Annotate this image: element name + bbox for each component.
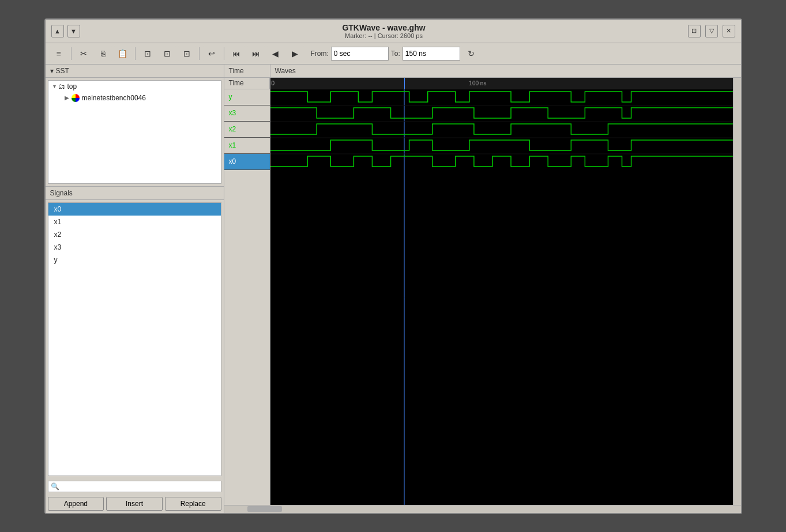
sst-label: SST: [56, 67, 69, 75]
prev-btn[interactable]: ◀: [267, 46, 284, 62]
titlebar-center: GTKWave - wave.ghw Marker: -- | Cursor: …: [342, 23, 425, 39]
signal-item-x1[interactable]: x1: [48, 216, 221, 228]
left-panel: ▾ SST ▾ 🗂 top ▶ meinetestbench0046 Signa…: [46, 65, 224, 513]
right-scrollbar[interactable]: [733, 78, 741, 505]
signal-name-x0[interactable]: x0: [224, 154, 270, 170]
tree-label-bench: meinetestbench0046: [82, 94, 146, 102]
signal-name-y[interactable]: y: [224, 89, 270, 105]
titlebar-left-controls: ▲ ▼: [51, 25, 80, 37]
waves-header-row: Time Waves: [224, 65, 741, 78]
sst-header: ▾ SST: [46, 65, 224, 78]
signals-panel-header: Signals: [46, 186, 224, 200]
scrollbar-thumb[interactable]: [247, 506, 282, 512]
append-btn[interactable]: Append: [48, 497, 104, 511]
main-window: ▲ ▼ GTKWave - wave.ghw Marker: -- | Curs…: [44, 18, 742, 514]
signal-names-col: Time y x3 x2 x1 x0: [224, 78, 270, 505]
toolbar: ≡ ✂ ⎘ 📋 ⊡ ⊡ ⊡ ↩ ⏮ ⏭ ◀ ▶ From: To: ↻: [46, 43, 741, 65]
waves-area: Time y x3 x2 x1 x0 0 100 ns: [224, 78, 741, 505]
toolbar-sep-4: [224, 47, 224, 60]
window-title: GTKWave - wave.ghw: [342, 23, 425, 32]
select-btn[interactable]: ⊡: [139, 46, 156, 62]
cut-btn[interactable]: ✂: [75, 46, 92, 62]
signals-label: Signals: [50, 189, 73, 197]
from-input[interactable]: [331, 47, 389, 61]
undo-btn[interactable]: ↩: [203, 46, 220, 62]
search-icon: 🔍: [51, 482, 59, 491]
from-to-group: From: To: ↻: [311, 46, 480, 62]
time-label-0: 0: [272, 80, 275, 86]
maximize-btn[interactable]: ⊡: [688, 25, 701, 37]
last-btn[interactable]: ⏭: [247, 46, 265, 62]
right-panel: Time Waves Time y x3 x2 x1 x0: [224, 65, 741, 513]
signal-name-x3[interactable]: x3: [224, 105, 270, 122]
zoom-out-btn[interactable]: ⊡: [178, 46, 195, 62]
paste-btn[interactable]: 📋: [114, 46, 131, 62]
to-input[interactable]: [403, 47, 460, 61]
signal-item-y[interactable]: y: [48, 254, 221, 266]
signal-item-x0[interactable]: x0: [48, 203, 221, 216]
toolbar-sep-3: [199, 47, 200, 60]
toolbar-sep-2: [135, 47, 136, 60]
next-btn[interactable]: ▶: [287, 46, 304, 62]
signal-item-x3[interactable]: x3: [48, 241, 221, 254]
insert-btn[interactable]: Insert: [106, 497, 163, 511]
from-label: From:: [311, 50, 329, 58]
signals-list[interactable]: x0 x1 x2 x3 y: [48, 202, 221, 476]
toolbar-sep-1: [71, 47, 72, 60]
to-label: To:: [391, 50, 400, 58]
bottom-scrollbar[interactable]: [224, 505, 741, 513]
signal-name-x1[interactable]: x1: [224, 138, 270, 154]
tree-label-top: top: [67, 82, 77, 90]
signal-item-x2[interactable]: x2: [48, 228, 221, 241]
waves-label: Waves: [275, 67, 296, 75]
wave-canvas[interactable]: [270, 89, 733, 505]
title-up-btn[interactable]: ▲: [51, 25, 64, 37]
bottom-buttons: Append Insert Replace: [46, 495, 224, 513]
sst-tree[interactable]: ▾ 🗂 top ▶ meinetestbench0046: [48, 80, 221, 184]
close-btn[interactable]: ✕: [723, 25, 735, 37]
component-icon: [72, 94, 80, 102]
search-input[interactable]: [62, 482, 219, 491]
titlebar: ▲ ▼ GTKWave - wave.ghw Marker: -- | Curs…: [46, 20, 741, 43]
signals-col-label: Time: [229, 67, 244, 75]
title-down-btn[interactable]: ▼: [67, 25, 80, 37]
sst-collapse-icon[interactable]: ▾: [50, 67, 54, 75]
window-subtitle: Marker: -- | Cursor: 2600 ps: [345, 32, 423, 39]
signal-name-x2[interactable]: x2: [224, 122, 270, 138]
first-btn[interactable]: ⏮: [228, 46, 245, 62]
tree-item-top[interactable]: ▾ 🗂 top: [48, 81, 221, 92]
time-col-label: Time: [224, 78, 270, 89]
menu-btn[interactable]: ≡: [50, 46, 67, 62]
main-area: ▾ SST ▾ 🗂 top ▶ meinetestbench0046 Signa…: [46, 65, 741, 513]
expand-icon-top: ▾: [53, 83, 56, 89]
waves-col-header: Waves: [270, 65, 741, 77]
expand-icon-bench: ▶: [65, 95, 69, 101]
wave-canvas-area[interactable]: 0 100 ns: [270, 78, 733, 505]
time-ruler: 0 100 ns: [270, 78, 733, 89]
minimize-btn[interactable]: ▽: [705, 25, 718, 37]
folder-icon: 🗂: [58, 82, 65, 90]
replace-btn[interactable]: Replace: [165, 497, 221, 511]
copy-btn[interactable]: ⎘: [95, 46, 112, 62]
search-box[interactable]: 🔍: [48, 481, 221, 492]
zoom-fit-btn[interactable]: ⊡: [159, 46, 176, 62]
time-label-100ns: 100 ns: [469, 80, 486, 86]
refresh-btn[interactable]: ↻: [462, 46, 480, 62]
signals-col-header: Time: [224, 65, 270, 77]
titlebar-right-controls: ⊡ ▽ ✕: [688, 25, 735, 37]
tree-item-bench[interactable]: ▶ meinetestbench0046: [48, 92, 221, 104]
